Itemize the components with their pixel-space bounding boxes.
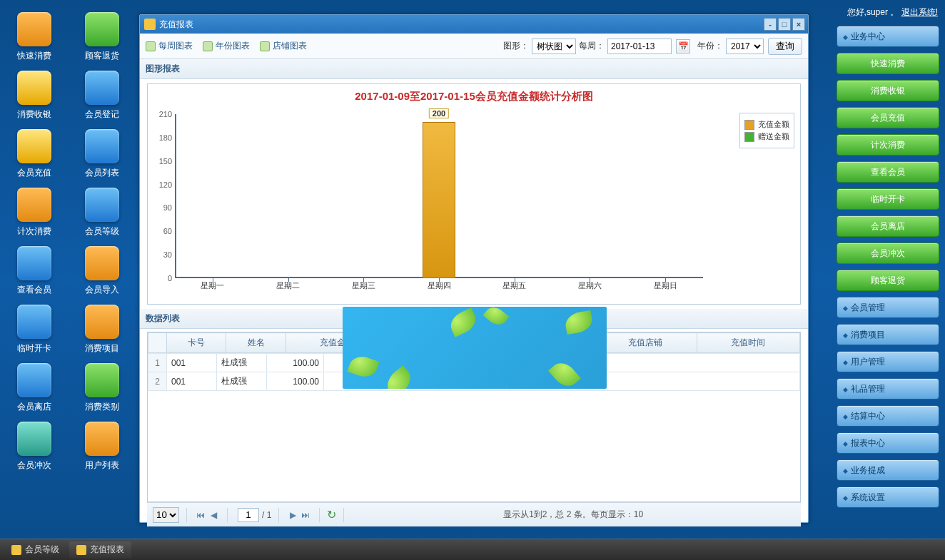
shape-label: 图形： xyxy=(503,40,529,52)
desktop-icon[interactable]: 顾客退货 xyxy=(68,11,136,63)
desktop-icon[interactable]: 用户列表 xyxy=(68,420,136,473)
nav-item[interactable]: 会员离店 xyxy=(837,215,939,237)
desktop-icon[interactable]: 会员充值 xyxy=(0,128,68,180)
nav-item[interactable]: 会员管理 xyxy=(837,297,939,318)
first-page-button[interactable]: ⏮ xyxy=(194,509,207,521)
app-icon xyxy=(85,12,119,46)
desktop-icon[interactable]: 会员等级 xyxy=(68,186,136,239)
query-button[interactable]: 查询 xyxy=(768,38,802,55)
page-input[interactable] xyxy=(238,508,259,522)
app-icon xyxy=(17,246,51,280)
last-page-button[interactable]: ⏭ xyxy=(299,509,312,521)
x-tick-label: 星期四 xyxy=(421,280,457,291)
nav-item[interactable]: 业务提成 xyxy=(837,459,939,481)
column-header[interactable]: 姓名 xyxy=(226,333,285,353)
icon-label: 会员等级 xyxy=(85,225,119,238)
nav-item[interactable]: 查看会员 xyxy=(837,161,939,183)
calendar-icon[interactable]: 📅 xyxy=(676,39,690,54)
pagesize-select[interactable]: 10 xyxy=(153,507,179,523)
y-tick-label: 150 xyxy=(153,157,172,166)
legend-label: 赠送金额 xyxy=(758,131,789,142)
icon-label: 会员充值 xyxy=(17,167,51,179)
prev-page-button[interactable]: ◀ xyxy=(207,509,220,521)
icon-label: 消费项目 xyxy=(85,342,119,355)
desktop-icon[interactable]: 会员列表 xyxy=(68,128,136,180)
greeting-sep: 。 xyxy=(888,7,899,17)
task-icon xyxy=(76,545,86,555)
weekly-label: 每周图表 xyxy=(158,40,193,52)
greeting-prefix: 您好, xyxy=(847,7,866,17)
app-icon xyxy=(85,188,119,222)
refresh-icon[interactable]: ↻ xyxy=(327,508,336,521)
shop-label: 店铺图表 xyxy=(273,40,307,52)
next-page-button[interactable]: ▶ xyxy=(286,509,299,521)
desktop-icon[interactable]: 会员登记 xyxy=(68,69,136,122)
desktop-icon[interactable]: 消费收银 xyxy=(0,69,68,122)
nav-item[interactable]: 会员冲次 xyxy=(837,243,939,264)
window-title: 充值报表 xyxy=(159,19,193,31)
desktop-icon[interactable]: 会员冲次 xyxy=(0,420,68,473)
desktop-icon[interactable]: 消费类别 xyxy=(68,362,136,414)
desktop-icon[interactable]: 会员离店 xyxy=(0,362,68,414)
close-button[interactable]: × xyxy=(792,18,805,31)
icon-label: 会员列表 xyxy=(85,167,119,179)
nav-item[interactable]: 用户管理 xyxy=(837,351,939,372)
maximize-button[interactable]: □ xyxy=(778,18,791,31)
x-tick-label: 星期三 xyxy=(345,280,381,291)
nav-item[interactable]: 业务中心 xyxy=(837,26,939,47)
legend-swatch xyxy=(744,132,754,142)
app-icon xyxy=(85,71,119,105)
desktop-icon[interactable]: 查看会员 xyxy=(0,245,68,297)
chart-title: 2017-01-09至2017-01-15会员充值金额统计分析图 xyxy=(148,84,800,106)
icon-label: 计次消费 xyxy=(17,225,51,238)
taskbar-item[interactable]: 会员等级 xyxy=(4,541,66,559)
nav-item[interactable]: 计次消费 xyxy=(837,134,939,156)
x-tick-label: 星期日 xyxy=(647,280,683,291)
weekly-chart-button[interactable]: 每周图表 xyxy=(146,40,193,52)
window-title-bar[interactable]: 充值报表 - □ × xyxy=(140,15,808,34)
yearly-chart-button[interactable]: 年份图表 xyxy=(203,40,250,52)
nav-item[interactable]: 会员充值 xyxy=(837,107,939,128)
desktop-icon[interactable]: 快速消费 xyxy=(0,11,68,63)
chart-bar: 200 xyxy=(423,122,455,278)
app-icon xyxy=(17,12,51,46)
task-label: 会员等级 xyxy=(25,544,59,556)
left-icon-sidebar: 快速消费顾客退货消费收银会员登记会员充值会员列表计次消费会员等级查看会员会员导入… xyxy=(0,0,136,539)
desktop-icon[interactable]: 临时开卡 xyxy=(0,303,68,356)
nav-item[interactable]: 报表中心 xyxy=(837,432,939,454)
x-tick-label: 星期五 xyxy=(497,280,532,291)
legend-label: 充值金额 xyxy=(758,119,789,130)
year-select[interactable]: 2017 xyxy=(726,39,764,54)
app-icon xyxy=(17,71,51,105)
app-icon xyxy=(17,188,51,222)
column-header[interactable]: 充值店铺 xyxy=(594,333,697,353)
y-tick-label: 120 xyxy=(153,180,172,189)
app-icon xyxy=(17,129,51,163)
desktop-icon[interactable]: 计次消费 xyxy=(0,186,68,239)
column-header[interactable]: 卡号 xyxy=(167,333,226,353)
nav-item[interactable]: 消费项目 xyxy=(837,324,939,345)
x-tick-label: 星期六 xyxy=(572,280,607,291)
desktop-icon[interactable]: 会员导入 xyxy=(68,245,136,297)
nav-item[interactable]: 快速消费 xyxy=(837,53,939,74)
report-toolbar: 每周图表 年份图表 店铺图表 图形： 树状图 每周： 📅 年份： 2017 查询 xyxy=(140,34,808,59)
nav-item[interactable]: 临时开卡 xyxy=(837,188,939,210)
column-header[interactable]: 充值时间 xyxy=(697,333,799,353)
nav-item[interactable]: 消费收银 xyxy=(837,80,939,101)
nav-item[interactable]: 结算中心 xyxy=(837,405,939,427)
desktop-icon[interactable]: 消费项目 xyxy=(68,303,136,356)
shop-chart-button[interactable]: 店铺图表 xyxy=(260,40,307,52)
legend-swatch xyxy=(744,120,754,130)
week-date-input[interactable] xyxy=(607,39,672,54)
nav-item[interactable]: 系统设置 xyxy=(837,487,939,508)
y-tick-label: 90 xyxy=(153,203,172,212)
logout-link[interactable]: 退出系统! xyxy=(901,7,938,17)
chart-plot-area: 0306090120150180210星期一星期二星期三星期四星期五星期六星期日… xyxy=(175,114,703,278)
nav-item[interactable]: 礼品管理 xyxy=(837,378,939,399)
task-icon xyxy=(11,545,21,555)
x-tick-label: 星期一 xyxy=(195,280,231,291)
taskbar-item[interactable]: 充值报表 xyxy=(69,541,131,559)
nav-item[interactable]: 顾客退货 xyxy=(837,270,939,291)
chart-type-select[interactable]: 树状图 xyxy=(532,39,576,54)
minimize-button[interactable]: - xyxy=(764,18,777,31)
